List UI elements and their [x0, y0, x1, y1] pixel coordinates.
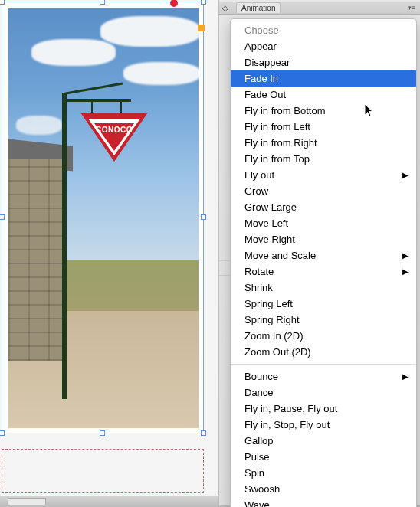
status-bar-segment[interactable] — [8, 498, 46, 505]
menu-item-fade-in[interactable]: Fade In — [231, 70, 416, 87]
submenu-arrow-icon: ▶ — [402, 168, 409, 182]
menu-item-grow[interactable]: Grow — [231, 183, 416, 199]
menu-item-move-and-scale[interactable]: Move and Scale▶ — [231, 247, 416, 263]
menu-item-fly-in-from-top[interactable]: Fly in from Top — [231, 151, 416, 167]
menu-item-fly-in-from-bottom[interactable]: Fly in from Bottom — [231, 103, 416, 119]
menu-separator — [231, 364, 416, 365]
menu-item-move-right[interactable]: Move Right — [231, 231, 416, 247]
submenu-arrow-icon: ▶ — [402, 249, 409, 262]
menu-item-grow-large[interactable]: Grow Large — [231, 199, 416, 215]
menu-item-rotate[interactable]: Rotate▶ — [231, 263, 416, 280]
resize-handle-top-right[interactable] — [201, 0, 206, 5]
menu-item-fly-in-pause-fly-out[interactable]: Fly in, Pause, Fly out — [231, 401, 416, 417]
resize-handle-mid-bottom[interactable] — [100, 430, 105, 436]
submenu-arrow-icon: ▶ — [402, 265, 409, 278]
panel-menu-icon[interactable]: ▾≡ — [406, 4, 417, 11]
menu-item-pulse[interactable]: Pulse — [231, 449, 416, 465]
resize-handle-mid-right[interactable] — [201, 214, 206, 220]
menu-item-dance[interactable]: Dance — [231, 384, 416, 401]
empty-text-frame[interactable] — [2, 449, 204, 493]
menu-item-zoom-in-2d[interactable]: Zoom In (2D) — [231, 328, 416, 344]
resize-handle-top-left[interactable] — [0, 0, 5, 5]
menu-item-appear[interactable]: Appear — [231, 38, 416, 54]
submenu-arrow-icon: ▶ — [402, 370, 409, 383]
menu-item-fly-in-stop-fly-out[interactable]: Fly in, Stop, Fly out — [231, 417, 416, 433]
panel-tab-animation[interactable]: Animation — [236, 2, 281, 13]
animation-path-marker[interactable] — [198, 25, 205, 31]
resize-handle-mid-left[interactable] — [0, 214, 5, 220]
panel-header[interactable]: ◇ Animation ▾≡ — [219, 2, 420, 15]
menu-item-spring-left[interactable]: Spring Left — [231, 296, 416, 312]
menu-item-shrink[interactable]: Shrink — [231, 280, 416, 296]
menu-item-wave[interactable]: Wave — [231, 497, 416, 507]
menu-item-fade-out[interactable]: Fade Out — [231, 87, 416, 103]
menu-item-zoom-out-2d[interactable]: Zoom Out (2D) — [231, 344, 416, 360]
document-canvas[interactable]: dolorro e volent do Et ex elit inis sa v… — [0, 0, 420, 507]
menu-item-gallop[interactable]: Gallop — [231, 433, 416, 449]
menu-item-fly-out[interactable]: Fly out▶ — [231, 167, 416, 183]
panel-collapse-icon[interactable]: ◇ — [222, 4, 228, 12]
resize-handle-bottom-right[interactable] — [201, 430, 206, 436]
menu-header: Choose — [231, 22, 416, 38]
menu-item-fly-in-from-right[interactable]: Fly in from Right — [231, 135, 416, 151]
animation-preset-dropdown[interactable]: ChooseAppearDisappearFade InFade OutFly … — [230, 18, 417, 507]
menu-item-swoosh[interactable]: Swoosh — [231, 481, 416, 497]
selected-image-frame[interactable]: CONOCO — [2, 2, 204, 433]
sign-text: CONOCO — [88, 126, 140, 134]
menu-item-move-left[interactable]: Move Left — [231, 215, 416, 231]
placed-image: CONOCO — [8, 8, 199, 428]
resize-handle-bottom-left[interactable] — [0, 430, 5, 436]
menu-item-disappear[interactable]: Disappear — [231, 54, 416, 70]
menu-item-bounce[interactable]: Bounce▶ — [231, 368, 416, 384]
menu-item-fly-in-from-left[interactable]: Fly in from Left — [231, 119, 416, 135]
resize-handle-mid-top[interactable] — [100, 0, 105, 5]
menu-item-spring-right[interactable]: Spring Right — [231, 312, 416, 328]
menu-item-spin[interactable]: Spin — [231, 465, 416, 481]
